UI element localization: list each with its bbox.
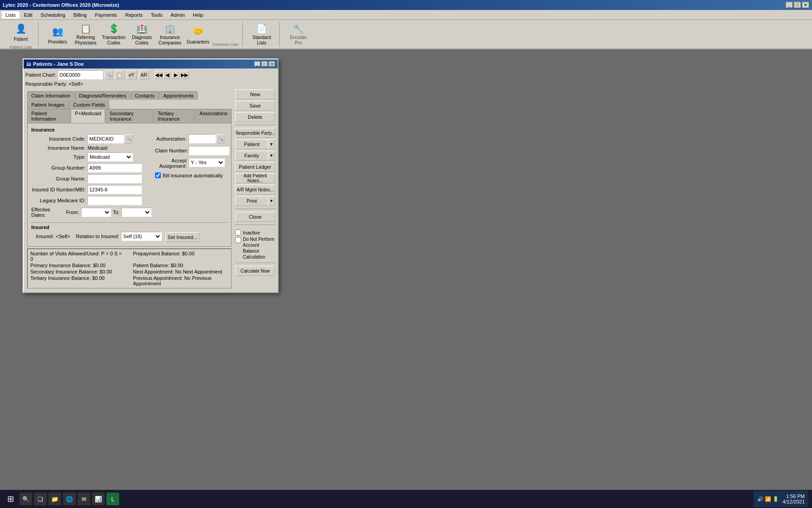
close-btn[interactable]: Close	[235, 212, 275, 222]
tab-p-medicaid[interactable]: P+Medicaid	[71, 109, 105, 123]
ar-mgmt-notes-btn[interactable]: A/R Mgmt Notes...	[235, 185, 275, 195]
nav-next-btn[interactable]: ▶	[172, 71, 180, 79]
taskbar-icon-3[interactable]: ✉	[77, 493, 90, 505]
tertiary-ins-label: Tertiary Insurance Balance: $0.00	[30, 275, 126, 286]
group-number-label: Group Number:	[31, 165, 86, 171]
referring-btn[interactable]: 📋 ReferringPhysicians	[72, 22, 99, 47]
tab-secondary-ins[interactable]: Secondary Insurance	[106, 109, 153, 123]
restore-btn[interactable]: □	[794, 2, 801, 8]
save-btn[interactable]: Save	[235, 101, 275, 111]
transaction-btn[interactable]: 💲 TransactionCodes	[100, 22, 127, 47]
responsible-party-btn[interactable]: Responsible Party...	[235, 128, 275, 138]
menu-help[interactable]: Help	[189, 11, 207, 19]
do-not-perform-checkbox-row: Do Not Perform Account Balance Calculati…	[235, 236, 276, 260]
print-main-btn[interactable]: Print	[235, 196, 268, 206]
menu-tools[interactable]: Tools	[147, 11, 166, 19]
family-arrow-btn[interactable]: ▼	[268, 151, 275, 161]
delete-btn[interactable]: Delete	[235, 112, 275, 122]
patient-ledger-btn[interactable]: Patient Ledger	[235, 162, 275, 172]
tab-diagnosis[interactable]: Diagnosis/Reminders	[75, 91, 130, 100]
from-label: From:	[66, 210, 79, 215]
dialog-restore-btn[interactable]: □	[261, 61, 268, 67]
tab-custom-fields[interactable]: Custom Fields	[69, 100, 109, 109]
patient-chart-label: Patient Chart:	[25, 72, 56, 78]
tab-tertiary-ins[interactable]: Tertiary Insurance	[154, 109, 195, 123]
patient-dropdown: Patient ▼	[235, 139, 275, 149]
calculate-now-btn[interactable]: Calculate Now	[235, 266, 275, 276]
set-insured-btn[interactable]: Set Insured...	[165, 232, 199, 242]
taskbar-icon-4[interactable]: 📊	[92, 493, 105, 505]
nav-first-btn[interactable]: ◀◀	[155, 71, 163, 79]
menu-bar: Lists Edit Scheduling Billing Payments R…	[0, 10, 812, 20]
patient-btn[interactable]: 👤 Patient	[7, 20, 34, 44]
insured-id-input[interactable]	[87, 185, 142, 194]
menu-scheduling[interactable]: Scheduling	[37, 11, 69, 19]
new-btn[interactable]: New	[235, 89, 275, 99]
menu-billing[interactable]: Billing	[70, 11, 90, 19]
add-patient-notes-btn[interactable]: Add Patient Notes...	[235, 173, 275, 183]
providers-btn[interactable]: 👥 Providers	[44, 22, 71, 47]
nav-last-btn[interactable]: ▶▶	[180, 71, 188, 79]
chart-btn1[interactable]: 📋	[115, 70, 125, 79]
insurance-btn[interactable]: 🏢 InsuranceCompanies	[156, 22, 184, 47]
patient-icon: 👤	[14, 21, 28, 36]
legacy-medicare-group: Legacy Medicare ID:	[31, 196, 151, 205]
start-button[interactable]: ⊞	[4, 492, 18, 506]
insurance-code-search-btn[interactable]: 🔍	[124, 134, 132, 143]
print-arrow-btn[interactable]: ▼	[268, 196, 275, 206]
tab-patient-images[interactable]: Patient Images	[27, 100, 68, 109]
type-select[interactable]: Medicaid	[87, 152, 133, 161]
taskbar-icon-5[interactable]: L	[106, 493, 119, 505]
menu-admin[interactable]: Admin	[167, 11, 188, 19]
insurance-code-input[interactable]	[87, 134, 124, 143]
search-taskbar-btn[interactable]: 🔍	[19, 493, 32, 505]
guarantors-btn[interactable]: 🤝 Guarantors	[184, 22, 212, 47]
inactive-checkbox[interactable]	[235, 230, 241, 235]
effective-from-select[interactable]	[81, 208, 111, 217]
dialog-right-panel: New Save Delete Responsible Party... Pat…	[235, 89, 276, 290]
group-name-input[interactable]	[87, 174, 142, 183]
nav-prev-btn[interactable]: ◀	[163, 71, 171, 79]
guarantors-label: Guarantors	[187, 39, 209, 45]
taskbar-icon-2[interactable]: 🌐	[63, 493, 76, 505]
bill-auto-checkbox[interactable]	[155, 172, 161, 178]
chart-btn-ey[interactable]: eY	[126, 70, 136, 79]
patient-lists-section: 👤 Patient Patient Lists	[4, 22, 39, 47]
authorization-input[interactable]	[188, 134, 216, 143]
encoder-btn[interactable]: 🔧 Encoder Pro	[285, 22, 312, 47]
chart-search-btn[interactable]: 🔍	[105, 70, 113, 79]
tab-content: Insurance Insurance Code: 🔍	[27, 123, 232, 247]
standard-lists-btn[interactable]: 📄 Standard Lists	[248, 22, 276, 47]
auth-search-btn[interactable]: 🔍	[216, 134, 224, 143]
chart-btn-ar[interactable]: AR	[139, 70, 150, 79]
tab-appointments[interactable]: Appointments	[159, 91, 198, 100]
insurance-name-label: Insurance Name:	[31, 145, 86, 151]
taskbar-icon-1[interactable]: 📁	[48, 493, 61, 505]
patient-balance-label: Patient Balance: $0.00	[133, 263, 229, 268]
menu-lists[interactable]: Lists	[2, 11, 19, 19]
menu-reports[interactable]: Reports	[121, 11, 146, 19]
do-not-perform-checkbox[interactable]	[235, 237, 241, 243]
patient-chart-input[interactable]	[58, 70, 103, 79]
effective-to-select[interactable]	[121, 208, 151, 217]
tab-contacts[interactable]: Contacts	[131, 91, 159, 100]
tab-associations[interactable]: Associations	[195, 109, 232, 123]
minimize-btn[interactable]: _	[786, 2, 793, 8]
claim-number-input[interactable]	[188, 146, 229, 155]
tab-patient-info[interactable]: Patient Information	[27, 109, 70, 123]
dialog-close-btn[interactable]: ✕	[269, 61, 275, 67]
relation-select[interactable]: Self (18)	[121, 232, 162, 241]
group-number-input[interactable]	[87, 163, 142, 172]
diagnosis-btn[interactable]: 🏥 DiagnosisCodes	[128, 22, 155, 47]
patient-arrow-btn[interactable]: ▼	[268, 139, 275, 149]
menu-edit[interactable]: Edit	[20, 11, 36, 19]
legacy-medicare-input[interactable]	[87, 196, 142, 205]
patient-main-btn[interactable]: Patient	[235, 139, 268, 149]
tab-claim-info[interactable]: Claim Information	[27, 91, 74, 100]
family-main-btn[interactable]: Family	[235, 151, 268, 161]
menu-payments[interactable]: Payments	[91, 11, 121, 19]
dialog-minimize-btn[interactable]: _	[254, 61, 261, 67]
accept-assignment-select[interactable]: Y - Yes N - No	[188, 158, 225, 167]
close-app-btn[interactable]: ✕	[802, 2, 809, 8]
task-view-btn[interactable]: ❑	[34, 493, 47, 505]
